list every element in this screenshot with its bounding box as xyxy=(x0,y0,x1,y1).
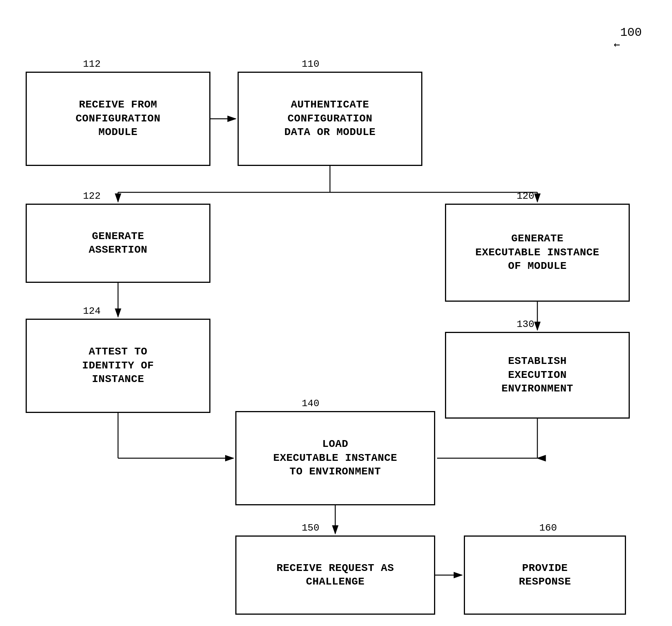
label-120: 120 xyxy=(517,190,534,202)
box-120: GENERATEEXECUTABLE INSTANCEOF MODULE xyxy=(445,204,630,302)
label-130: 130 xyxy=(517,319,534,330)
box-160: PROVIDERESPONSE xyxy=(464,535,626,615)
label-122: 122 xyxy=(83,190,101,202)
box-150: RECEIVE REQUEST ASCHALLENGE xyxy=(235,535,435,615)
box-124: ATTEST TOIDENTITY OFINSTANCE xyxy=(26,319,210,413)
label-112: 112 xyxy=(83,58,101,70)
box-140: LOADEXECUTABLE INSTANCETO ENVIRONMENT xyxy=(235,411,435,505)
figure-number: 100 xyxy=(620,26,642,40)
label-140: 140 xyxy=(302,398,319,409)
box-122: GENERATEASSERTION xyxy=(26,204,210,283)
label-150: 150 xyxy=(302,522,319,534)
diagram-container: 100 ↙ RECEIVE FROMCONFIGURATIONMODULE 11… xyxy=(0,0,672,626)
box-110: AUTHENTICATECONFIGURATIONDATA OR MODULE xyxy=(238,72,422,166)
label-160: 160 xyxy=(539,522,557,534)
label-124: 124 xyxy=(83,305,101,317)
box-130: ESTABLISHEXECUTIONENVIRONMENT xyxy=(445,332,630,419)
label-110: 110 xyxy=(302,58,319,70)
box-112: RECEIVE FROMCONFIGURATIONMODULE xyxy=(26,72,210,166)
